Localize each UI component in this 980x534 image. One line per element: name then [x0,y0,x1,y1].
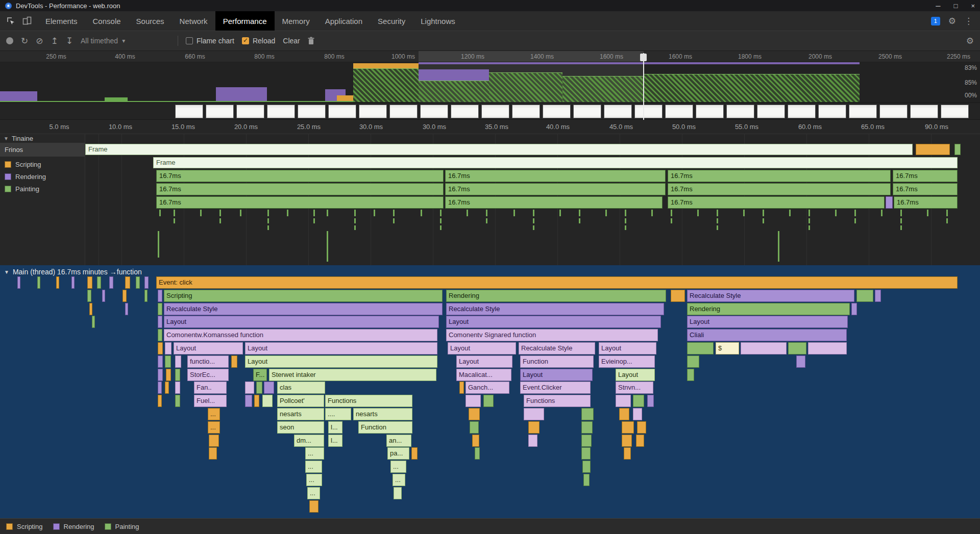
flame-fragment[interactable] [636,435,644,447]
flame-fragment[interactable] [647,395,654,407]
flame-bar[interactable]: l... [328,435,342,447]
flame-fragment[interactable] [581,447,591,460]
flame-bar[interactable]: Layout [164,316,439,328]
flame-bar[interactable]: Layout [616,369,655,381]
frame-duration-bar[interactable]: 16.7ms [893,170,958,182]
flame-bar[interactable]: Pollcoet' [277,395,324,407]
flame-bar[interactable]: l... [328,421,342,434]
flame-bar[interactable]: ... [307,487,320,499]
tab-security[interactable]: Security [370,11,413,31]
flame-fragment[interactable] [483,395,494,407]
main-flame-chart[interactable]: ▼ Main (thread) 16.7ms minutes →function… [0,265,980,518]
timeline-track-header[interactable]: ▼ Tinaine [0,134,85,143]
flame-bar[interactable]: ... [390,461,406,473]
flame-bar[interactable]: Layout [245,355,437,368]
flame-fragment[interactable] [56,276,59,289]
frames-track-header[interactable]: Frinos [0,143,85,157]
flame-fragment[interactable] [856,290,873,302]
flame-fragment[interactable] [144,290,148,302]
filmstrip-thumbnail[interactable] [849,105,877,118]
flame-fragment[interactable] [254,395,259,407]
filmstrip-thumbnail[interactable] [175,105,203,118]
flame-bar[interactable]: an... [386,435,411,447]
filmstrip-thumbnail[interactable] [941,105,969,118]
flame-chart-toggle[interactable]: Flame chart [186,37,234,45]
flame-fragment[interactable] [87,276,92,289]
frame-duration-bar[interactable]: 16.7ms [893,183,958,195]
frame-duration-bar[interactable]: 16.7ms [668,196,885,209]
flame-bar[interactable]: functio... [187,355,229,368]
flame-fragment[interactable] [472,435,479,447]
flame-bar[interactable]: Event.Clicker [520,382,591,394]
frame-duration-bar[interactable]: 16.7ms [445,183,666,195]
flame-fragment[interactable] [582,461,591,473]
ruler-top[interactable]: 250 ms400 ms660 ms800 ms800 ms1000 ms120… [0,51,980,62]
flame-fragment[interactable] [175,369,180,381]
filmstrip-thumbnail[interactable] [481,105,509,118]
flame-bar[interactable]: Layout [456,355,512,368]
filmstrip-thumbnail[interactable] [298,105,326,118]
flame-bar[interactable]: Functions [524,395,591,407]
flame-fragment[interactable] [175,395,180,407]
kebab-menu-icon[interactable]: ⋮ [964,16,973,27]
flame-fragment[interactable] [231,355,237,368]
flame-fragment[interactable] [71,276,75,289]
flame-fragment[interactable] [624,447,631,460]
tab-elements[interactable]: Elements [38,11,85,31]
flame-fragment[interactable] [175,382,180,394]
flame-fragment[interactable] [622,435,632,447]
save-profile-icon[interactable]: ↧ [66,37,73,45]
filmstrip-thumbnail[interactable] [543,105,571,118]
flame-fragment[interactable] [122,290,127,302]
flame-fragment[interactable] [581,435,592,447]
flame-fragment[interactable] [125,276,130,289]
flame-bar[interactable]: Layout [520,369,593,381]
flame-fragment[interactable] [581,408,594,420]
frame-fragment[interactable] [954,144,961,155]
flame-fragment[interactable] [158,329,162,341]
reload-checkbox[interactable] [242,37,249,44]
flame-chart-checkbox[interactable] [186,37,193,44]
load-profile-icon[interactable]: ↥ [51,37,58,45]
flame-fragment[interactable] [851,303,857,315]
flame-fragment[interactable] [165,355,171,368]
flame-bar[interactable]: Recalculate Style [519,342,595,354]
flame-fragment[interactable] [528,421,540,434]
flame-fragment[interactable] [475,447,480,460]
flame-bar[interactable]: Comonentv Signared function [446,329,658,341]
flame-bar[interactable]: clas [277,382,325,394]
record-button[interactable] [6,37,13,44]
flame-fragment[interactable] [687,342,714,354]
reload-icon[interactable]: ↻ [21,37,28,45]
minimize-icon[interactable]: ─ [936,2,940,10]
flame-bar[interactable]: pa... [387,447,409,460]
frame-duration-bar[interactable]: 16.7ms [445,196,663,209]
flame-fragment[interactable] [528,435,537,447]
flame-fragment[interactable] [622,421,634,434]
flame-fragment[interactable] [158,342,163,354]
flame-bar[interactable]: seon [277,421,324,434]
flame-fragment[interactable] [144,276,149,289]
flame-bar[interactable]: Layout [245,342,437,354]
clear-block-icon[interactable]: ⊘ [36,37,43,45]
filmstrip-thumbnail[interactable] [696,105,724,118]
flame-bar[interactable]: Event: click [156,276,958,289]
flame-bar[interactable]: ... [305,447,324,460]
flame-fragment[interactable] [158,369,163,381]
frame-bar[interactable]: Frame [85,144,913,155]
flame-bar[interactable]: ... [393,474,405,486]
device-toolbar-icon[interactable] [22,16,32,26]
flame-bar[interactable]: Layout [599,342,656,354]
flame-fragment[interactable] [619,408,629,420]
flame-fragment[interactable] [17,276,20,289]
tab-memory[interactable]: Memory [275,11,317,31]
flame-fragment[interactable] [87,290,91,302]
flame-bar[interactable]: Layout [174,342,243,354]
flame-fragment[interactable] [102,290,105,302]
filmstrip-thumbnail[interactable] [512,105,540,118]
flame-bar[interactable]: ... [208,421,220,434]
flame-fragment[interactable] [37,276,40,289]
flame-bar[interactable]: Recalculate Style [687,290,854,302]
playhead-line[interactable] [643,53,644,120]
flame-bar[interactable]: $ [716,342,739,354]
